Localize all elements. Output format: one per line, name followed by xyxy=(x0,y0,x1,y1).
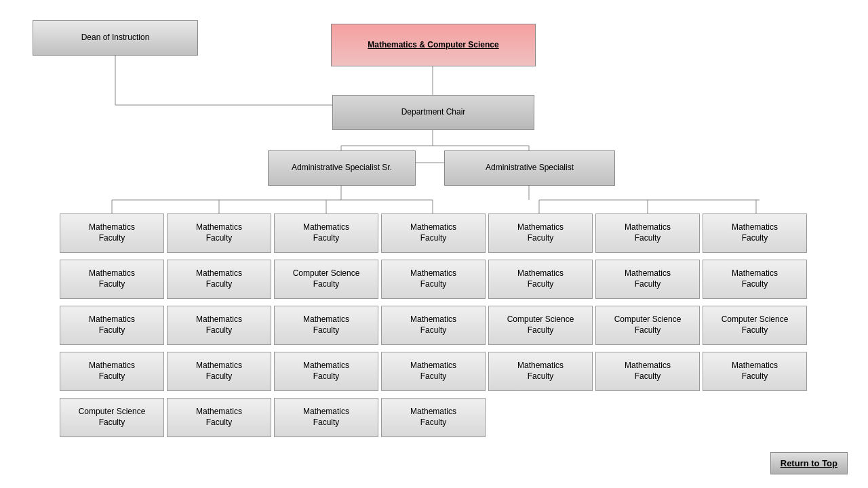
dept-head-node[interactable]: Mathematics & Computer Science xyxy=(331,24,536,66)
faculty-4-3: Mathematics Faculty xyxy=(488,352,593,391)
faculty-0-4: Computer Science Faculty xyxy=(60,398,164,437)
faculty-4-1: Mathematics Faculty xyxy=(488,260,593,299)
faculty-4-2: Computer Science Faculty xyxy=(488,306,593,345)
faculty-4-0: Mathematics Faculty xyxy=(488,214,593,253)
faculty-0-3: Mathematics Faculty xyxy=(60,352,164,391)
faculty-3-3: Mathematics Faculty xyxy=(381,352,486,391)
faculty-1-2: Mathematics Faculty xyxy=(167,306,271,345)
return-to-top-button[interactable]: Return to Top xyxy=(770,452,848,474)
admin-node: Administrative Specialist xyxy=(444,150,615,186)
faculty-2-3: Mathematics Faculty xyxy=(274,352,378,391)
faculty-1-4: Mathematics Faculty xyxy=(167,398,271,437)
faculty-6-1: Mathematics Faculty xyxy=(703,260,807,299)
faculty-1-3: Mathematics Faculty xyxy=(167,352,271,391)
dean-node: Dean of Instruction xyxy=(33,20,198,56)
admin-sr-label: Administrative Specialist Sr. xyxy=(292,163,392,174)
faculty-2-2: Mathematics Faculty xyxy=(274,306,378,345)
faculty-3-1: Mathematics Faculty xyxy=(381,260,486,299)
faculty-2-4: Mathematics Faculty xyxy=(274,398,378,437)
faculty-3-2: Mathematics Faculty xyxy=(381,306,486,345)
faculty-5-0: Mathematics Faculty xyxy=(595,214,700,253)
faculty-6-0: Mathematics Faculty xyxy=(703,214,807,253)
faculty-0-1: Mathematics Faculty xyxy=(60,260,164,299)
admin-sr-node: Administrative Specialist Sr. xyxy=(268,150,416,186)
faculty-1-0: Mathematics Faculty xyxy=(167,214,271,253)
dept-chair-label: Department Chair xyxy=(401,107,466,118)
faculty-5-3: Mathematics Faculty xyxy=(595,352,700,391)
faculty-6-3: Mathematics Faculty xyxy=(703,352,807,391)
faculty-0-2: Mathematics Faculty xyxy=(60,306,164,345)
dean-label: Dean of Instruction xyxy=(81,33,150,43)
return-to-top-label: Return to Top xyxy=(781,458,837,468)
faculty-6-2: Computer Science Faculty xyxy=(703,306,807,345)
faculty-5-1: Mathematics Faculty xyxy=(595,260,700,299)
faculty-2-1: Computer Science Faculty xyxy=(274,260,378,299)
faculty-1-1: Mathematics Faculty xyxy=(167,260,271,299)
faculty-2-0: Mathematics Faculty xyxy=(274,214,378,253)
dept-head-label: Mathematics & Computer Science xyxy=(368,40,498,51)
faculty-3-0: Mathematics Faculty xyxy=(381,214,486,253)
faculty-0-0: Mathematics Faculty xyxy=(60,214,164,253)
faculty-5-2: Computer Science Faculty xyxy=(595,306,700,345)
dept-chair-node: Department Chair xyxy=(332,95,534,130)
faculty-3-4: Mathematics Faculty xyxy=(381,398,486,437)
admin-label: Administrative Specialist xyxy=(486,163,574,174)
